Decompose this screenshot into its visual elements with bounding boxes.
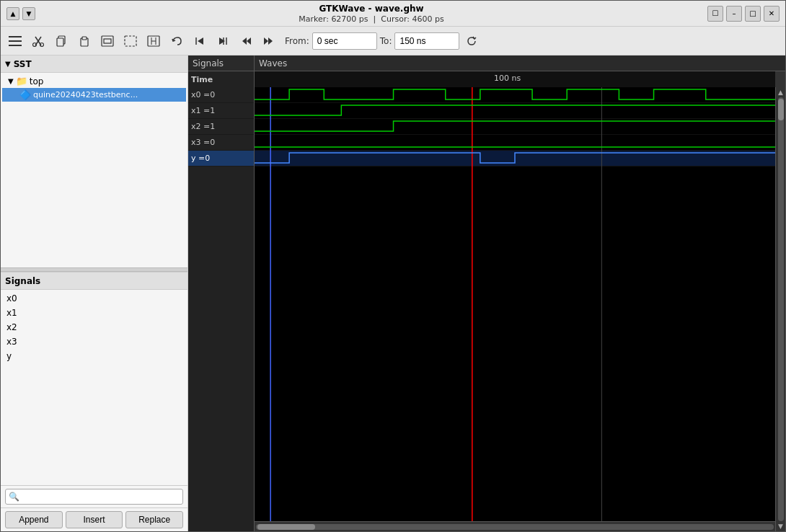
- svg-rect-13: [125, 36, 136, 46]
- x0-label: x0 =0: [191, 90, 215, 99]
- signal-item-x3[interactable]: x3: [5, 334, 183, 349]
- tree-toggle-top[interactable]: ▼: [8, 77, 14, 85]
- v-scroll-down[interactable]: ▼: [778, 523, 783, 530]
- cursor-info: Cursor: 4600 ps: [381, 14, 443, 24]
- tree-item-module[interactable]: 🔷 quine20240423testbenc...: [2, 88, 186, 102]
- title-btn-down[interactable]: ▼: [22, 7, 35, 20]
- signals-lower-panel: Signals x0 x1 x2 x3 y 🔍 Append: [1, 272, 187, 531]
- main-window: ▲ ▼ GTKWave - wave.ghw Marker: 62700 ps …: [0, 0, 786, 532]
- cut-button[interactable]: [28, 31, 48, 51]
- append-button[interactable]: Append: [5, 511, 63, 528]
- v-scroll-thumb[interactable]: [778, 99, 784, 120]
- time-header: Time: [188, 71, 255, 87]
- to-label: To:: [380, 36, 392, 46]
- wave-row-label-x0[interactable]: x0 =0: [188, 87, 254, 103]
- to-input[interactable]: [394, 32, 459, 50]
- timeline-canvas: 100 ns: [255, 71, 775, 87]
- marker-info: Marker: 62700 ps: [299, 14, 368, 24]
- waveform-panel: Signals Waves Time 100 ns: [188, 56, 785, 531]
- paste-button[interactable]: [74, 31, 94, 51]
- sst-panel: ▼ SST ▼ 📁 top 🔷 quine20240423testbenc...: [1, 56, 188, 531]
- window-title: GTKWave - wave.ghw: [319, 4, 423, 14]
- hamburger-menu-button[interactable]: [5, 31, 25, 51]
- zoom-cursor-button[interactable]: [143, 31, 164, 51]
- svg-marker-18: [198, 37, 203, 45]
- x3-label: x3 =0: [191, 138, 215, 147]
- signals-search-area: 🔍: [1, 485, 187, 507]
- refresh-button[interactable]: [462, 32, 481, 50]
- sst-header: ▼ SST: [1, 56, 187, 73]
- folder-icon: 📁: [16, 76, 27, 87]
- time-label: Time: [191, 75, 213, 84]
- insert-button[interactable]: Insert: [66, 511, 123, 528]
- tree-label-top: top: [30, 76, 44, 87]
- undo-button[interactable]: [167, 31, 187, 51]
- svg-rect-2: [9, 45, 22, 46]
- step-fwd-button[interactable]: [259, 31, 279, 51]
- titlebar: ▲ ▼ GTKWave - wave.ghw Marker: 62700 ps …: [1, 1, 785, 27]
- replace-button[interactable]: Replace: [125, 511, 183, 528]
- sst-tree[interactable]: ▼ 📁 top 🔷 quine20240423testbenc...: [1, 73, 187, 267]
- restore-button[interactable]: ☐: [707, 6, 723, 22]
- wave-row-label-x2[interactable]: x2 =1: [188, 119, 254, 135]
- svg-marker-24: [268, 37, 273, 45]
- h-scroll-thumb[interactable]: [257, 524, 315, 530]
- y-label: y =0: [191, 154, 210, 163]
- signals-col-header: Signals: [188, 56, 255, 71]
- zoom-select-button[interactable]: [120, 31, 141, 51]
- wave-row-label-x3[interactable]: x3 =0: [188, 135, 254, 151]
- h-scroll-track[interactable]: [256, 524, 774, 530]
- copy-button[interactable]: [51, 31, 71, 51]
- wave-section-headers: Signals Waves: [188, 56, 785, 71]
- tree-item-top[interactable]: ▼ 📁 top: [2, 74, 186, 88]
- title-btn-up[interactable]: ▲: [6, 7, 19, 20]
- svg-marker-23: [247, 37, 251, 45]
- main-area: ▼ SST ▼ 📁 top 🔷 quine20240423testbenc...: [1, 56, 785, 531]
- sst-label: SST: [14, 59, 32, 69]
- maximize-button[interactable]: □: [745, 6, 761, 22]
- minimize-button[interactable]: –: [726, 6, 742, 22]
- signal-item-x2[interactable]: x2: [5, 320, 183, 334]
- signal-item-x0[interactable]: x0: [5, 291, 183, 306]
- v-scroll-track[interactable]: [778, 97, 784, 521]
- svg-rect-12: [104, 39, 111, 43]
- v-scroll-up[interactable]: ▲: [778, 89, 783, 96]
- from-input[interactable]: [312, 32, 377, 50]
- zoom-fit-button[interactable]: [97, 31, 118, 51]
- signals-search-input[interactable]: [5, 489, 183, 505]
- svg-marker-22: [242, 37, 247, 45]
- wave-row-label-y[interactable]: y =0: [188, 151, 254, 167]
- tree-label-module: quine20240423testbenc...: [33, 90, 138, 99]
- marker-cursor-info: Marker: 62700 ps | Cursor: 4600 ps: [299, 14, 443, 24]
- signal-item-x1[interactable]: x1: [5, 306, 183, 320]
- svg-rect-0: [9, 36, 22, 37]
- close-button[interactable]: ✕: [764, 6, 780, 22]
- svg-rect-1: [9, 40, 22, 42]
- svg-marker-25: [264, 37, 268, 45]
- wave-row-label-x1[interactable]: x1 =1: [188, 103, 254, 119]
- x1-label: x1 =1: [191, 106, 215, 115]
- timeline-row: Time 100 ns: [188, 71, 785, 87]
- goto-start-button[interactable]: [190, 31, 210, 51]
- signal-item-y[interactable]: y: [5, 349, 183, 363]
- signals-action-buttons: Append Insert Replace: [1, 507, 187, 531]
- waves-col-header: Waves: [255, 56, 785, 71]
- wave-body: x0 =0 x1 =1 x2 =1 x3 =0 y =0: [188, 87, 785, 531]
- signals-header: Signals: [1, 272, 187, 290]
- signals-list[interactable]: x0 x1 x2 x3 y: [1, 290, 187, 485]
- wave-canvas[interactable]: [255, 87, 775, 521]
- step-back-button[interactable]: [236, 31, 256, 51]
- svg-rect-8: [57, 38, 63, 46]
- goto-end-button[interactable]: [213, 31, 233, 51]
- h-scrollbar[interactable]: [255, 521, 775, 531]
- v-scroll-header-spacer: [775, 71, 785, 87]
- from-label: From:: [285, 36, 309, 46]
- search-icon: 🔍: [9, 492, 19, 502]
- wave-canvas-container[interactable]: [255, 87, 775, 531]
- x2-label: x2 =1: [191, 122, 215, 131]
- from-to-controls: From: To:: [285, 32, 459, 50]
- svg-rect-11: [102, 36, 113, 46]
- v-scrollbar[interactable]: ▲ ▼: [775, 87, 785, 531]
- timeline-100ns-label: 100 ns: [494, 74, 521, 83]
- signals-col-label: Signals: [193, 58, 224, 68]
